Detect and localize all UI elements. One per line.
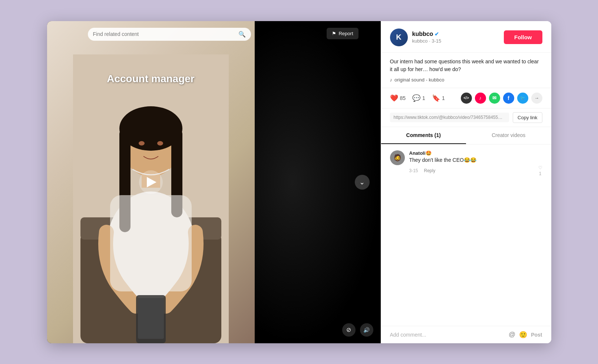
comment-action[interactable]: 💬 1 bbox=[412, 94, 425, 102]
more-share-icon[interactable]: → bbox=[531, 93, 542, 104]
app-container: 🔍 ⚑ Report bbox=[47, 21, 551, 343]
svg-rect-13 bbox=[110, 195, 192, 291]
description-section: Our intern had some questions this week … bbox=[381, 53, 551, 88]
svg-rect-12 bbox=[138, 298, 164, 339]
video-title-text: Account manager bbox=[107, 73, 195, 85]
video-panel: 🔍 ⚑ Report bbox=[47, 21, 381, 343]
action-row: ❤️ 85 💬 1 🔖 1 </> ♪ ✉ f 🐦 → bbox=[381, 88, 551, 108]
bookmark-icon: 🔖 bbox=[432, 94, 440, 102]
embed-icon[interactable]: </> bbox=[461, 93, 472, 104]
sound-info[interactable]: ♪ original sound - kubbco bbox=[390, 77, 542, 83]
url-row: https://www.tiktok.com/@kubbco/video/734… bbox=[381, 108, 551, 127]
share-icons-group: </> ♪ ✉ f 🐦 → bbox=[461, 93, 542, 104]
twitter-share-icon[interactable]: 🐦 bbox=[517, 93, 528, 104]
report-button[interactable]: ⚑ Report bbox=[327, 28, 358, 39]
tabs-row: Comments (1) Creator videos bbox=[381, 127, 551, 144]
description-text: Our intern had some questions this week … bbox=[390, 58, 542, 73]
chevron-down-icon: ⌄ bbox=[359, 178, 365, 186]
report-label: Report bbox=[338, 31, 353, 36]
comments-section: 🧔 Anatoli🤩 They don't like the CEO😂😂 3-1… bbox=[381, 144, 551, 326]
creator-handle: kubbco · 3-15 bbox=[412, 38, 500, 44]
verified-icon: ✔ bbox=[435, 31, 439, 37]
sound-name: original sound - kubbco bbox=[394, 77, 444, 83]
creator-header: K kubbco ✔ kubbco · 3-15 Follow bbox=[381, 21, 551, 53]
comment-body: Anatoli🤩 They don't like the CEO😂😂 3-15 … bbox=[409, 150, 542, 177]
volume-button[interactable]: 🔊 bbox=[360, 323, 373, 337]
svg-point-10 bbox=[157, 141, 163, 146]
avatar: K bbox=[390, 29, 408, 46]
at-mention-icon[interactable]: @ bbox=[509, 331, 515, 338]
comment-username: Anatoli🤩 bbox=[409, 150, 542, 156]
search-bar[interactable]: 🔍 bbox=[88, 28, 251, 41]
comment-input-row: @ 🙂 Post bbox=[381, 326, 551, 343]
follow-button[interactable]: Follow bbox=[504, 30, 542, 44]
tab-creator-videos[interactable]: Creator videos bbox=[466, 127, 551, 144]
comment-input[interactable] bbox=[390, 332, 505, 338]
comment-text: They don't like the CEO😂😂 bbox=[409, 157, 542, 164]
video-dark-area: ⌄ ⊘ 🔊 bbox=[255, 21, 381, 343]
bookmark-action[interactable]: 🔖 1 bbox=[432, 94, 445, 102]
facebook-share-icon[interactable]: f bbox=[503, 93, 514, 104]
creator-info: kubbco ✔ kubbco · 3-15 bbox=[412, 31, 500, 44]
creator-name: kubbco ✔ bbox=[412, 31, 500, 37]
play-button[interactable] bbox=[139, 170, 163, 194]
tab-comments[interactable]: Comments (1) bbox=[381, 127, 466, 144]
comment-avatar: 🧔 bbox=[390, 150, 405, 165]
volume-icon: 🔊 bbox=[363, 327, 370, 333]
svg-point-9 bbox=[139, 141, 145, 146]
music-note-icon: ♪ bbox=[390, 77, 393, 83]
captions-off-icon: ⊘ bbox=[346, 326, 351, 333]
post-button[interactable]: Post bbox=[531, 332, 542, 338]
likes-count: 85 bbox=[400, 95, 406, 101]
comment-like-button[interactable]: ♡ 1 bbox=[538, 165, 542, 176]
emoji-icon[interactable]: 🙂 bbox=[519, 331, 527, 339]
comment-likes-count: 1 bbox=[539, 171, 542, 176]
heart-outline-icon: ♡ bbox=[538, 165, 542, 170]
whatsapp-share-icon[interactable]: ✉ bbox=[489, 93, 500, 104]
comment-meta: 3-15 Reply ♡ 1 bbox=[409, 165, 542, 176]
url-text: https://www.tiktok.com/@kubbco/video/734… bbox=[390, 113, 509, 122]
flag-icon: ⚑ bbox=[332, 31, 336, 36]
comment-date: 3-15 bbox=[409, 168, 418, 173]
person-figure bbox=[73, 54, 229, 343]
heart-icon: ❤️ bbox=[390, 94, 398, 102]
right-panel: K kubbco ✔ kubbco · 3-15 Follow Our inte… bbox=[381, 21, 551, 343]
like-action[interactable]: ❤️ 85 bbox=[390, 94, 406, 102]
search-icon: 🔍 bbox=[238, 31, 246, 38]
phone-video: Account manager bbox=[47, 21, 255, 343]
reply-button[interactable]: Reply bbox=[424, 168, 436, 173]
captions-toggle-button[interactable]: ⊘ bbox=[342, 323, 356, 337]
video-controls: ⊘ 🔊 bbox=[342, 323, 373, 337]
play-triangle-icon bbox=[147, 177, 156, 187]
comments-count: 1 bbox=[422, 95, 425, 101]
copy-link-button[interactable]: Copy link bbox=[513, 112, 542, 123]
bookmarks-count: 1 bbox=[442, 95, 445, 101]
comment-icon: 💬 bbox=[412, 94, 420, 102]
tiktok-share-icon[interactable]: ♪ bbox=[475, 93, 486, 104]
scroll-down-button[interactable]: ⌄ bbox=[355, 175, 370, 190]
search-input[interactable] bbox=[93, 31, 238, 37]
comment-item: 🧔 Anatoli🤩 They don't like the CEO😂😂 3-1… bbox=[390, 150, 542, 177]
